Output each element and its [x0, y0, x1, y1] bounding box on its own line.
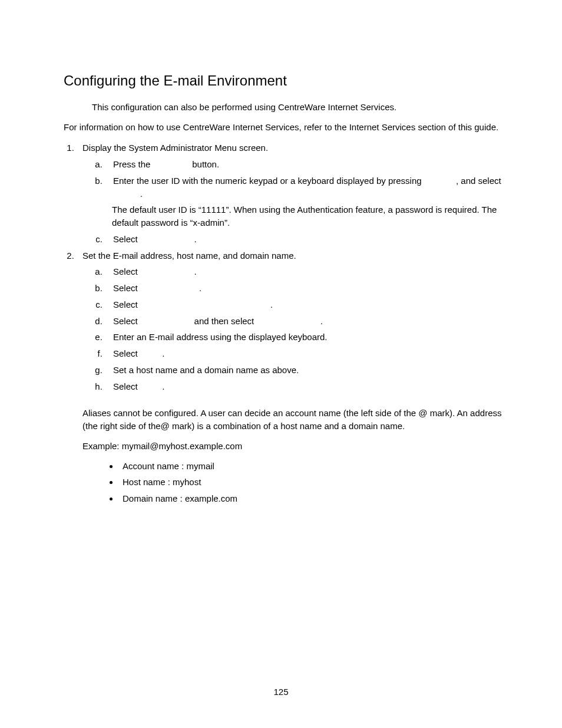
- step-2-substeps: Select . Select . Select . Select and th…: [105, 265, 505, 393]
- step-2g: Set a host name and a domain name as abo…: [105, 364, 505, 377]
- intro-note: This configuration can also be performed…: [92, 101, 505, 114]
- step-1a: Press the button.: [105, 158, 505, 171]
- step-1c: Select .: [105, 233, 505, 246]
- step-1-text: Display the System Administrator Menu sc…: [82, 143, 268, 153]
- aliases-paragraph: Aliases cannot be configured. A user can…: [82, 407, 505, 433]
- bullet-domain: Domain name : example.com: [119, 492, 505, 505]
- step-1b: Enter the user ID with the numeric keypa…: [105, 174, 505, 200]
- numbered-steps: Display the System Administrator Menu sc…: [77, 141, 505, 393]
- step-2h: Select .: [105, 380, 505, 393]
- intro-paragraph: For information on how to use CentreWare…: [64, 121, 505, 134]
- page-heading: Configuring the E-mail Environment: [64, 71, 505, 91]
- step-2a: Select .: [105, 265, 505, 278]
- page-number: 125: [0, 686, 562, 699]
- step-1-substeps: Press the button. Enter the user ID with…: [105, 158, 505, 200]
- step-1b-note: The default user ID is “11111”. When usi…: [112, 203, 505, 229]
- example-line: Example: mymail@myhost.example.com: [82, 440, 505, 453]
- step-2c: Select .: [105, 298, 505, 311]
- step-2: Set the E-mail address, host name, and d…: [77, 249, 505, 393]
- bullet-account: Account name : mymail: [119, 460, 505, 473]
- example-bullets: Account name : mymail Host name : myhost…: [119, 460, 505, 505]
- aliases-block: Aliases cannot be configured. A user can…: [82, 407, 505, 505]
- step-1: Display the System Administrator Menu sc…: [77, 141, 505, 245]
- step-2-text: Set the E-mail address, host name, and d…: [82, 251, 296, 261]
- step-2f: Select .: [105, 347, 505, 360]
- bullet-host: Host name : myhost: [119, 476, 505, 489]
- step-2b: Select .: [105, 282, 505, 295]
- step-1-substeps-cont: Select .: [105, 233, 505, 246]
- step-2d: Select and then select .: [105, 315, 505, 328]
- step-2e: Enter an E-mail address using the displa…: [105, 331, 505, 344]
